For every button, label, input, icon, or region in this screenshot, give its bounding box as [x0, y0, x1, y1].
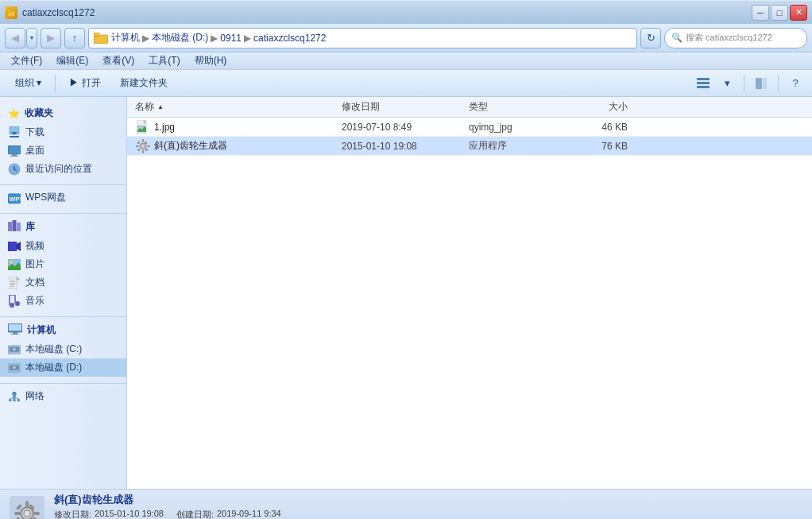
- column-size[interactable]: 大小: [564, 100, 628, 114]
- menu-edit[interactable]: 编辑(E): [50, 52, 95, 69]
- close-button[interactable]: ✕: [790, 5, 807, 21]
- network-icon: [8, 390, 21, 403]
- path-part-disk[interactable]: 本地磁盘 (D:): [152, 31, 208, 45]
- svg-rect-20: [8, 222, 12, 231]
- toolbar-separator-2: [744, 75, 744, 92]
- new-folder-button[interactable]: 新建文件夹: [111, 73, 176, 94]
- column-date[interactable]: 修改日期: [342, 100, 469, 114]
- sidebar-item-desktop[interactable]: 桌面: [0, 141, 126, 160]
- svg-rect-5: [697, 82, 710, 84]
- svg-point-45: [13, 366, 16, 369]
- svg-rect-11: [10, 136, 19, 137]
- path-part-0911[interactable]: 0911: [220, 33, 242, 44]
- file-icon-gear: [135, 138, 151, 154]
- path-part-computer[interactable]: 计算机: [111, 31, 140, 45]
- sidebar-item-docs[interactable]: 文档: [0, 273, 126, 292]
- svg-rect-21: [13, 220, 17, 231]
- svg-rect-69: [14, 512, 21, 515]
- menu-file[interactable]: 文件(F): [5, 52, 48, 69]
- wps-label: WPS网盘: [25, 191, 66, 204]
- svg-rect-59: [136, 145, 139, 147]
- file-table-header: 名称 ▲ 修改日期 类型 大小: [127, 97, 812, 118]
- help-button[interactable]: ?: [785, 73, 806, 94]
- sidebar-library-header[interactable]: 库: [0, 217, 126, 237]
- back-button[interactable]: ◀: [5, 28, 25, 48]
- menu-view[interactable]: 查看(V): [96, 52, 141, 69]
- sidebar-favorites-header[interactable]: ⭐ 收藏夹: [0, 103, 126, 123]
- column-name[interactable]: 名称 ▲: [135, 100, 342, 114]
- sidebar-item-disk-c[interactable]: 本地磁盘 (C:): [0, 340, 126, 358]
- file-name-2: 斜(直)齿轮生成器: [151, 139, 342, 153]
- desktop-label: 桌面: [25, 144, 44, 157]
- sidebar-computer-header[interactable]: 计算机: [0, 320, 126, 340]
- downloads-icon: [8, 126, 21, 139]
- svg-rect-37: [9, 324, 21, 331]
- sidebar-item-network[interactable]: 网络: [0, 387, 126, 405]
- table-row[interactable]: 斜(直)齿轮生成器 2015-01-10 19:08 应用程序 76 KB: [127, 137, 812, 156]
- svg-rect-61: [137, 141, 140, 144]
- sidebar-item-wps[interactable]: WPS WPS网盘: [0, 188, 126, 207]
- column-date-label: 修改日期: [342, 101, 380, 112]
- wps-section: WPS WPS网盘: [0, 188, 126, 207]
- svg-rect-13: [12, 154, 17, 156]
- address-path[interactable]: 计算机 ▶ 本地磁盘 (D:) ▶ 0911 ▶ catiaxzclscq127…: [88, 28, 637, 48]
- recent-label: 最近访问的位置: [25, 162, 92, 176]
- video-label: 视频: [25, 239, 44, 253]
- back-dropdown[interactable]: ▾: [26, 28, 37, 48]
- column-size-label: 大小: [609, 101, 628, 112]
- file-date-2: 2015-01-10 19:08: [342, 141, 469, 152]
- column-type[interactable]: 类型: [469, 100, 564, 114]
- minimize-button[interactable]: ─: [752, 5, 769, 21]
- status-info: 斜(直)齿轮生成器 修改日期: 2015-01-10 19:08 创建日期: 2…: [54, 493, 281, 520]
- svg-rect-33: [14, 295, 16, 304]
- sidebar-item-music[interactable]: 音乐: [0, 292, 126, 310]
- computer-icon: [8, 323, 22, 337]
- menu-help[interactable]: 帮助(H): [188, 52, 234, 69]
- column-name-label: 名称: [135, 100, 154, 114]
- up-button[interactable]: ↑: [64, 28, 85, 48]
- svg-rect-58: [142, 150, 144, 153]
- refresh-button[interactable]: ↻: [640, 28, 661, 48]
- maximize-button[interactable]: □: [771, 5, 788, 21]
- sidebar-item-disk-d[interactable]: 本地磁盘 (D:): [0, 358, 126, 377]
- sidebar-item-downloads[interactable]: 下载: [0, 123, 126, 141]
- divider-1: [0, 184, 126, 185]
- toolbar-separator-1: [55, 75, 56, 92]
- music-label: 音乐: [25, 294, 44, 308]
- sidebar-item-recent[interactable]: 最近访问的位置: [0, 160, 126, 178]
- svg-rect-12: [8, 145, 21, 154]
- divider-3: [0, 316, 126, 317]
- recent-icon: [8, 163, 21, 176]
- svg-rect-27: [9, 277, 17, 289]
- divider-2: [0, 213, 126, 214]
- svg-rect-6: [697, 86, 710, 88]
- address-bar: ◀ ▾ ▶ ↑ 计算机 ▶ 本地磁盘 (D:) ▶ 0911 ▶ catiaxz…: [0, 24, 812, 52]
- disk-d-icon: [8, 362, 21, 374]
- view-details-button[interactable]: [693, 73, 713, 94]
- forward-button[interactable]: ▶: [41, 28, 61, 48]
- svg-point-66: [24, 510, 30, 517]
- organize-button[interactable]: 组织 ▾: [6, 73, 50, 94]
- sidebar-item-pictures[interactable]: 图片: [0, 255, 126, 273]
- sidebar: ⭐ 收藏夹 下载 桌面 最近访问的位置: [0, 97, 127, 489]
- status-selected-name: 斜(直)齿轮生成器: [54, 493, 281, 507]
- sidebar-item-video[interactable]: 视频: [0, 237, 126, 255]
- toolbar-separator-3: [778, 75, 779, 92]
- search-bar[interactable]: 🔍 搜索 catiaxzclscq1272: [664, 28, 807, 48]
- path-sep-3: ▶: [244, 33, 251, 44]
- title-bar-controls: ─ □ ✕: [752, 5, 807, 21]
- open-button[interactable]: ▶ 打开: [60, 73, 109, 94]
- toolbar: 组织 ▾ ▶ 打开 新建文件夹 ▾ ?: [0, 70, 812, 97]
- menu-tools[interactable]: 工具(T): [142, 52, 186, 69]
- divider-4: [0, 383, 126, 384]
- title-text: catiaxzclscq1272: [22, 7, 95, 18]
- downloads-label: 下载: [25, 126, 44, 139]
- svg-rect-23: [8, 242, 17, 251]
- view-dropdown-button[interactable]: ▾: [717, 73, 737, 94]
- path-part-folder[interactable]: catiaxzclscq1272: [253, 33, 326, 44]
- preview-button[interactable]: [751, 73, 771, 94]
- path-sep-1: ▶: [142, 33, 149, 44]
- menu-bar: 文件(F) 编辑(E) 查看(V) 工具(T) 帮助(H): [0, 52, 812, 70]
- table-row[interactable]: 1.jpg 2019-07-10 8:49 qyimg_jpg 46 KB: [127, 118, 812, 137]
- file-icon-jpg: [135, 119, 151, 135]
